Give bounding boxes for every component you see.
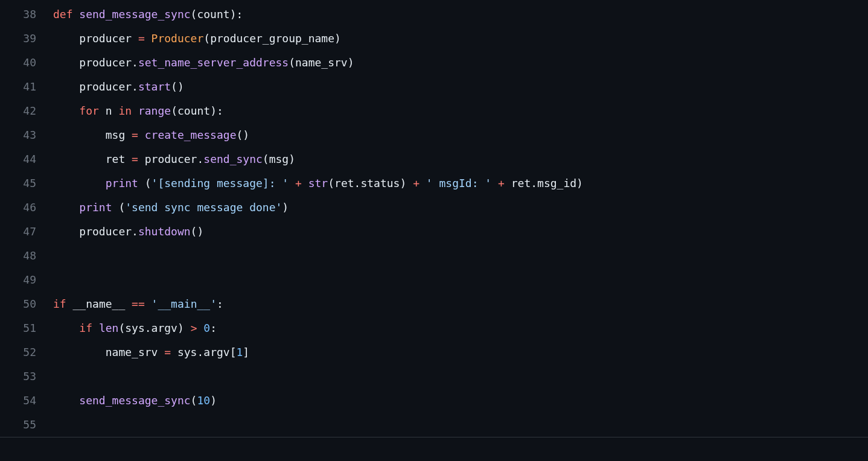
token-fn: send_sync xyxy=(203,153,263,165)
token-punc: : xyxy=(217,297,223,310)
token-var: status xyxy=(360,177,400,189)
token-punc xyxy=(171,346,177,358)
token-punc: ) xyxy=(282,201,289,214)
code-line[interactable]: 54 send_message_sync(10) xyxy=(0,389,868,413)
code-line[interactable]: 48 xyxy=(0,244,868,268)
code-line[interactable]: 45 print ('[sending message]: ' + str(re… xyxy=(0,171,868,196)
line-code[interactable]: print ('send sync message done') xyxy=(53,196,868,220)
token-punc xyxy=(53,201,79,214)
token-fn: start xyxy=(138,80,171,93)
token-punc: ( xyxy=(328,177,334,189)
token-var: count xyxy=(177,104,210,117)
token-kw: for xyxy=(79,104,99,117)
token-var: producer xyxy=(145,153,197,165)
code-line[interactable]: 40 producer.set_name_server_address(name… xyxy=(0,51,868,75)
token-punc: . xyxy=(197,153,203,165)
code-line[interactable]: 47 producer.shutdown() xyxy=(0,220,868,244)
token-punc: . xyxy=(354,177,361,189)
token-punc: ): xyxy=(210,104,223,117)
token-fn: set_name_server_address xyxy=(138,56,289,69)
code-line[interactable]: 41 producer.start() xyxy=(0,75,868,99)
code-line[interactable]: 44 ret = producer.send_sync(msg) xyxy=(0,147,868,171)
token-var: ret xyxy=(106,153,126,165)
token-punc: ): xyxy=(230,8,243,21)
token-punc xyxy=(53,104,79,117)
code-line[interactable]: 39 producer = Producer(producer_group_na… xyxy=(0,27,868,51)
token-punc xyxy=(420,177,426,189)
code-line[interactable]: 52 name_srv = sys.argv[1] xyxy=(0,340,868,364)
line-number: 38 xyxy=(0,2,53,27)
code-line[interactable]: 51 if len(sys.argv) > 0: xyxy=(0,316,868,340)
token-punc xyxy=(125,129,132,141)
token-punc: ( xyxy=(203,32,210,45)
token-fn: shutdown xyxy=(138,225,191,238)
token-op: + xyxy=(498,177,505,189)
token-kw: if xyxy=(53,297,66,310)
token-punc xyxy=(125,153,132,165)
token-punc xyxy=(505,177,511,189)
line-code[interactable]: producer.shutdown() xyxy=(53,220,868,244)
code-line[interactable]: 46 print ('send sync message done') xyxy=(0,196,868,220)
token-punc xyxy=(53,394,79,407)
token-str: 'send sync message done' xyxy=(125,201,282,214)
code-editor[interactable]: 38def send_message_sync(count):39 produc… xyxy=(0,2,868,437)
token-punc xyxy=(99,104,106,117)
code-line[interactable]: 53 xyxy=(0,364,868,389)
code-line[interactable]: 49 xyxy=(0,268,868,292)
token-punc: . xyxy=(531,177,537,189)
token-punc xyxy=(53,129,106,141)
line-number: 49 xyxy=(0,268,53,292)
token-punc xyxy=(53,225,79,238)
line-code[interactable]: producer.set_name_server_address(name_sr… xyxy=(53,51,868,75)
line-code[interactable]: producer.start() xyxy=(53,75,868,99)
token-fn: print xyxy=(79,201,112,214)
line-code[interactable]: name_srv = sys.argv[1] xyxy=(53,340,868,364)
token-kw: if xyxy=(79,322,92,334)
token-punc xyxy=(53,346,106,358)
line-number: 51 xyxy=(0,316,53,340)
token-punc xyxy=(53,56,79,69)
token-punc: [ xyxy=(230,346,237,358)
line-number: 46 xyxy=(0,196,53,220)
code-line[interactable]: 42 for n in range(count): xyxy=(0,99,868,123)
token-punc: ) xyxy=(210,394,217,407)
token-op: + xyxy=(295,177,302,189)
code-line[interactable]: 38def send_message_sync(count): xyxy=(0,2,868,27)
line-number: 43 xyxy=(0,123,53,147)
line-code[interactable]: producer = Producer(producer_group_name) xyxy=(53,27,868,51)
line-code[interactable]: def send_message_sync(count): xyxy=(53,2,868,27)
line-number: 54 xyxy=(0,389,53,413)
line-number: 52 xyxy=(0,340,53,364)
line-number: 47 xyxy=(0,220,53,244)
line-code[interactable]: for n in range(count): xyxy=(53,99,868,123)
line-number: 42 xyxy=(0,99,53,123)
line-code[interactable]: send_message_sync(10) xyxy=(53,389,868,413)
code-line[interactable]: 55 xyxy=(0,413,868,437)
token-punc: ) xyxy=(289,153,295,165)
token-op: = xyxy=(132,129,138,141)
token-punc: () xyxy=(171,80,184,93)
token-var: count xyxy=(197,8,229,21)
token-var: __name__ xyxy=(73,297,126,310)
token-punc: . xyxy=(145,322,152,334)
line-code[interactable]: ret = producer.send_sync(msg) xyxy=(53,147,868,171)
token-punc: ) xyxy=(177,322,191,334)
token-op: = xyxy=(138,32,145,45)
token-var: ret xyxy=(334,177,354,189)
token-punc xyxy=(66,297,73,310)
token-var: argv xyxy=(152,322,177,334)
code-line[interactable]: 50if __name__ == '__main__': xyxy=(0,292,868,316)
line-code[interactable]: print ('[sending message]: ' + str(ret.s… xyxy=(53,171,868,196)
token-punc xyxy=(132,104,138,117)
token-var: msg xyxy=(269,153,289,165)
token-punc: ( xyxy=(112,201,126,214)
token-fn: send_message_sync xyxy=(79,394,190,407)
token-op: = xyxy=(132,153,138,165)
line-code[interactable]: if __name__ == '__main__': xyxy=(53,292,868,316)
token-num: 0 xyxy=(203,322,210,334)
code-line[interactable]: 43 msg = create_message() xyxy=(0,123,868,147)
token-var: producer xyxy=(79,225,132,238)
line-code[interactable]: if len(sys.argv) > 0: xyxy=(53,316,868,340)
token-punc: ( xyxy=(138,177,152,189)
line-code[interactable]: msg = create_message() xyxy=(53,123,868,147)
